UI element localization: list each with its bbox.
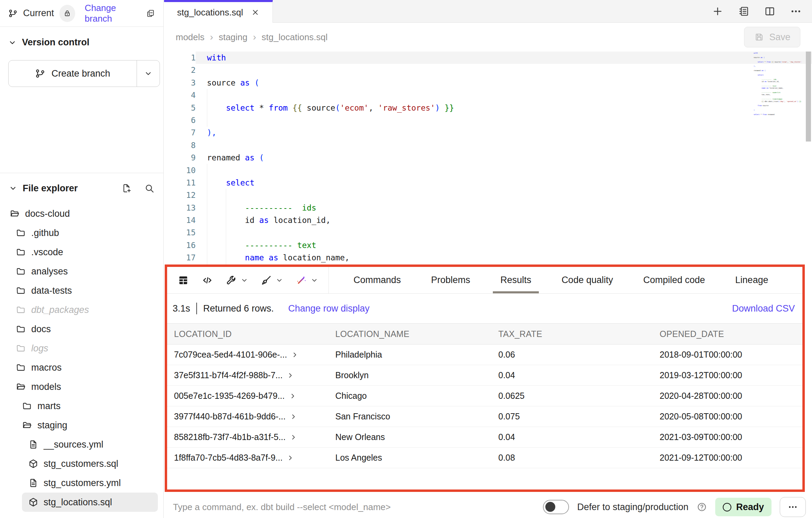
table-row[interactable]: 1f8ffa70-7cb5-4d83-8a7f-9...Los Angeles0… bbox=[167, 448, 802, 468]
scrollbar-thumb[interactable] bbox=[806, 52, 811, 142]
code-line[interactable]: 7), bbox=[164, 126, 812, 139]
meta-divider bbox=[196, 303, 197, 314]
code-line[interactable]: 3source as ( bbox=[164, 77, 812, 89]
version-control-header[interactable]: Version control bbox=[8, 37, 163, 48]
expand-row-icon[interactable] bbox=[289, 392, 297, 400]
code-line[interactable]: 12 bbox=[164, 189, 812, 201]
code-line[interactable]: 4 bbox=[164, 89, 812, 101]
code-editor[interactable]: 1with23source as (45 select * from {{ so… bbox=[164, 52, 812, 264]
table-row[interactable]: 005e7e1c-1935-4269-b479...Chicago0.06252… bbox=[167, 386, 802, 406]
create-branch-dropdown[interactable] bbox=[137, 60, 160, 87]
file-explorer-toggle[interactable]: File explorer bbox=[9, 183, 78, 194]
expand-row-icon[interactable] bbox=[287, 372, 294, 379]
build-button[interactable] bbox=[225, 274, 248, 286]
file-tree-item-staging[interactable]: staging bbox=[16, 416, 158, 435]
code-line[interactable]: 5 select * from {{ source('ecom', 'raw_s… bbox=[164, 102, 812, 114]
search-icon[interactable] bbox=[144, 183, 154, 193]
panel-tab-compiled-code[interactable]: Compiled code bbox=[640, 267, 708, 293]
code-line[interactable]: 6 bbox=[164, 114, 812, 126]
close-tab-icon[interactable] bbox=[251, 8, 259, 16]
split-editor-icon[interactable] bbox=[764, 5, 776, 17]
editor-more-icon[interactable] bbox=[790, 5, 802, 17]
panel-tab-problems[interactable]: Problems bbox=[428, 267, 474, 293]
code-line[interactable]: 17 name as location_name, bbox=[164, 251, 812, 264]
breadcrumb-item[interactable]: models bbox=[176, 32, 205, 43]
table-cell: Chicago bbox=[328, 391, 491, 401]
file-tree-item-docs-cloud[interactable]: docs-cloud bbox=[3, 204, 158, 223]
tab-list-icon[interactable] bbox=[738, 5, 750, 17]
chevron-down-icon[interactable] bbox=[276, 277, 283, 284]
file-tree-item-stg-locations-sql[interactable]: stg_locations.sql bbox=[22, 493, 158, 512]
location-id-value: 1f8ffa70-7cb5-4d83-8a7f-9... bbox=[174, 453, 282, 463]
location-id-value: 7c079cea-5ed4-4101-906e-... bbox=[174, 350, 287, 360]
code-line[interactable]: 11 select bbox=[164, 177, 812, 189]
code-line[interactable]: 15 bbox=[164, 226, 812, 239]
help-icon[interactable] bbox=[697, 502, 707, 512]
save-button[interactable]: Save bbox=[744, 27, 800, 47]
defer-toggle[interactable] bbox=[543, 500, 569, 514]
folder-icon bbox=[16, 324, 26, 334]
expand-row-icon[interactable] bbox=[291, 351, 299, 359]
git-branch-icon bbox=[8, 8, 18, 19]
file-tree-item-docs[interactable]: docs bbox=[10, 319, 158, 339]
table-row[interactable]: 858218fb-73f7-4b1b-a31f-5...New Orleans0… bbox=[167, 427, 802, 448]
file-icon bbox=[28, 439, 38, 450]
expand-row-icon[interactable] bbox=[287, 454, 294, 462]
code-line[interactable]: 1with bbox=[164, 52, 812, 64]
code-line[interactable]: 2 bbox=[164, 64, 812, 76]
table-row[interactable]: 37e5f311-b7f4-4f2f-988b-7...Brooklyn0.04… bbox=[167, 365, 802, 386]
file-tree-item-analyses[interactable]: analyses bbox=[10, 262, 158, 281]
file-tree-item-logs[interactable]: logs bbox=[10, 339, 158, 358]
panel-tab-code-quality[interactable]: Code quality bbox=[558, 267, 616, 293]
code-line[interactable]: 9renamed as ( bbox=[164, 151, 812, 164]
indent-guide bbox=[207, 89, 207, 127]
folder-icon bbox=[16, 362, 26, 373]
editor-tab-stg-locations[interactable]: stg_locations.sql bbox=[164, 0, 273, 23]
create-branch-button[interactable]: Create branch bbox=[8, 60, 160, 87]
code-line[interactable]: 10 bbox=[164, 164, 812, 177]
new-tab-icon[interactable] bbox=[712, 5, 723, 17]
file-tree-item-stg-customers-yml[interactable]: stg_customers.yml bbox=[22, 473, 158, 493]
chevron-down-icon[interactable] bbox=[311, 277, 318, 284]
chevron-down-icon[interactable] bbox=[241, 277, 248, 284]
change-branch-link[interactable]: Change branch bbox=[85, 3, 140, 24]
breadcrumb-item[interactable]: staging bbox=[219, 32, 247, 43]
copy-icon[interactable] bbox=[146, 8, 155, 19]
file-icon bbox=[28, 478, 38, 488]
breadcrumb-item[interactable]: stg_locations.sql bbox=[262, 32, 327, 43]
preview-button[interactable] bbox=[177, 274, 189, 286]
copilot-button[interactable] bbox=[295, 274, 318, 286]
panel-tab-lineage[interactable]: Lineage bbox=[732, 267, 772, 293]
file-tree-item--sources-yml[interactable]: __sources.yml bbox=[22, 435, 158, 454]
format-button[interactable] bbox=[260, 274, 283, 286]
panel-tab-results[interactable]: Results bbox=[497, 267, 535, 293]
download-csv-link[interactable]: Download CSV bbox=[732, 303, 795, 314]
change-row-display-link[interactable]: Change row display bbox=[288, 303, 370, 314]
file-tree-item--github[interactable]: .github bbox=[10, 223, 158, 243]
compile-button[interactable] bbox=[201, 274, 213, 286]
minimap[interactable]: withsource as ( select * from {{ source(… bbox=[754, 52, 802, 116]
code-line[interactable]: 16 ---------- text bbox=[164, 239, 812, 251]
file-tree-item--vscode[interactable]: .vscode bbox=[10, 243, 158, 262]
command-input[interactable]: Type a command, ex. dbt build --select <… bbox=[173, 502, 543, 513]
file-tree-item-macros[interactable]: macros bbox=[10, 358, 158, 377]
status-more-button[interactable] bbox=[780, 497, 806, 517]
expand-row-icon[interactable] bbox=[290, 433, 297, 441]
editor-scrollbar[interactable] bbox=[804, 52, 812, 264]
file-tree-item-dbt-packages[interactable]: dbt_packages bbox=[10, 300, 158, 319]
file-tree-item-models[interactable]: models bbox=[10, 377, 158, 396]
new-file-icon[interactable] bbox=[121, 183, 132, 193]
code-line[interactable]: 13 ---------- ids bbox=[164, 202, 812, 214]
file-tree-item-marts[interactable]: marts bbox=[16, 396, 158, 416]
code-line[interactable]: 8 bbox=[164, 139, 812, 151]
table-row[interactable]: 7c079cea-5ed4-4101-906e-...Philadelphia0… bbox=[167, 345, 802, 365]
line-number: 2 bbox=[164, 64, 196, 76]
create-branch-main[interactable]: Create branch bbox=[9, 60, 137, 87]
code-line[interactable]: 14 id as location_id, bbox=[164, 214, 812, 226]
table-cell: Philadelphia bbox=[328, 350, 491, 360]
expand-row-icon[interactable] bbox=[290, 413, 297, 420]
panel-tab-commands[interactable]: Commands bbox=[350, 267, 404, 293]
table-row[interactable]: 3977f440-b87d-461b-9dd6-...San Francisco… bbox=[167, 406, 802, 427]
file-tree-item-data-tests[interactable]: data-tests bbox=[10, 281, 158, 300]
file-tree-item-stg-customers-sql[interactable]: stg_customers.sql bbox=[22, 454, 158, 473]
